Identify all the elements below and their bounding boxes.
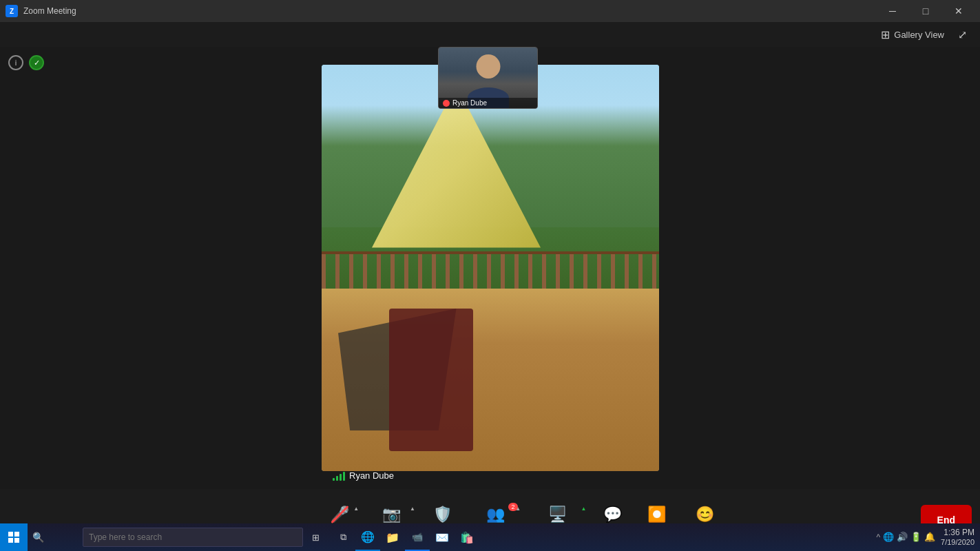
- taskbar-search-widget[interactable]: ⊞: [303, 523, 328, 551]
- deck-scene: [322, 65, 659, 471]
- participant-name-overlay: Ryan Dube: [327, 468, 399, 484]
- minimize-button[interactable]: ─: [877, 0, 908, 22]
- pip-video: Ryan Dube: [438, 47, 538, 109]
- fullscreen-button[interactable]: ⤢: [952, 25, 972, 44]
- gallery-view-button[interactable]: ⊞ Gallery View: [875, 25, 950, 44]
- camera-icon: 📷: [382, 506, 401, 523]
- taskbar-explorer-icon[interactable]: 📁: [380, 523, 405, 551]
- grid-icon: ⊞: [881, 28, 890, 41]
- participants-icon: 👥: [486, 506, 505, 523]
- windows-logo-icon: [8, 532, 19, 543]
- taskbar-view[interactable]: ⧉: [331, 523, 355, 551]
- svg-rect-0: [8, 532, 13, 537]
- titlebar: Z Zoom Meeting ─ □ ✕: [0, 0, 980, 22]
- tray-icons: ^ 🌐 🔊 🔋 🔔: [876, 532, 935, 542]
- signal-bars: [333, 471, 345, 481]
- search-bar: [83, 528, 303, 547]
- info-icons: i ✓: [8, 55, 44, 70]
- svg-rect-1: [14, 532, 19, 537]
- network-icon: 🌐: [883, 532, 894, 542]
- taskbar-edge-icon[interactable]: 🌐: [355, 523, 380, 551]
- date: 7/19/2020: [941, 538, 974, 547]
- battery-icon: 🔋: [910, 532, 921, 542]
- pip-mic-muted-icon: [443, 100, 450, 107]
- share-chevron[interactable]: ▲: [581, 506, 586, 512]
- pip-participant-name: Ryan Dube: [452, 99, 487, 107]
- main-area: [0, 47, 980, 489]
- pip-name-bar: Ryan Dube: [439, 98, 537, 108]
- taskbar-search-icon[interactable]: 🔍: [28, 523, 48, 551]
- fullscreen-icon: ⤢: [958, 28, 967, 41]
- pip-head: [476, 54, 500, 79]
- titlebar-title: Zoom Meeting: [23, 6, 76, 16]
- taskbar-mail-icon[interactable]: ✉️: [430, 523, 455, 551]
- tray-chevron[interactable]: ^: [876, 532, 880, 542]
- close-button[interactable]: ✕: [943, 0, 974, 22]
- reactions-icon: 😊: [696, 506, 714, 523]
- notification-icon[interactable]: 🔔: [924, 532, 935, 542]
- svg-rect-2: [8, 538, 13, 543]
- taskbar: 🔍 ⊞ ⧉ 🌐 📁 📹 ✉️ 🛍️ ^ 🌐 🔊 🔋 🔔 1:36 PM 7/19…: [0, 523, 980, 551]
- participant-name-text: Ryan Dube: [349, 470, 394, 481]
- taskbar-zoom-icon[interactable]: 📹: [405, 523, 430, 551]
- security-icon: 🛡️: [433, 506, 452, 523]
- system-tray: ^ 🌐 🔊 🔋 🔔 1:36 PM 7/19/2020: [876, 528, 980, 547]
- video-chevron[interactable]: ▲: [410, 506, 415, 512]
- chat-icon: 💬: [603, 506, 622, 523]
- info-button[interactable]: i: [8, 55, 23, 70]
- gallery-view-label: Gallery View: [894, 30, 944, 40]
- maximize-button[interactable]: □: [910, 0, 941, 22]
- taskbar-store-icon[interactable]: 🛍️: [455, 523, 479, 551]
- titlebar-controls: ─ □ ✕: [877, 0, 974, 22]
- volume-icon[interactable]: 🔊: [897, 532, 908, 542]
- clock: 1:36 PM: [941, 528, 974, 537]
- start-button[interactable]: [0, 523, 28, 551]
- svg-rect-3: [14, 538, 19, 543]
- shield-check-icon: ✓: [29, 55, 44, 70]
- titlebar-left: Z Zoom Meeting: [6, 5, 76, 17]
- topbar: ⊞ Gallery View ⤢: [0, 22, 980, 47]
- unmute-chevron[interactable]: ▲: [353, 506, 359, 512]
- share-screen-icon: 🖥️: [548, 506, 567, 523]
- zoom-icon: Z: [6, 5, 18, 17]
- tray-time: 1:36 PM 7/19/2020: [941, 528, 974, 547]
- search-input[interactable]: [89, 532, 297, 542]
- main-video: [322, 65, 659, 471]
- record-icon: ⏺️: [647, 506, 666, 523]
- participants-chevron[interactable]: ▲: [515, 506, 521, 512]
- microphone-icon: 🎤: [331, 506, 349, 523]
